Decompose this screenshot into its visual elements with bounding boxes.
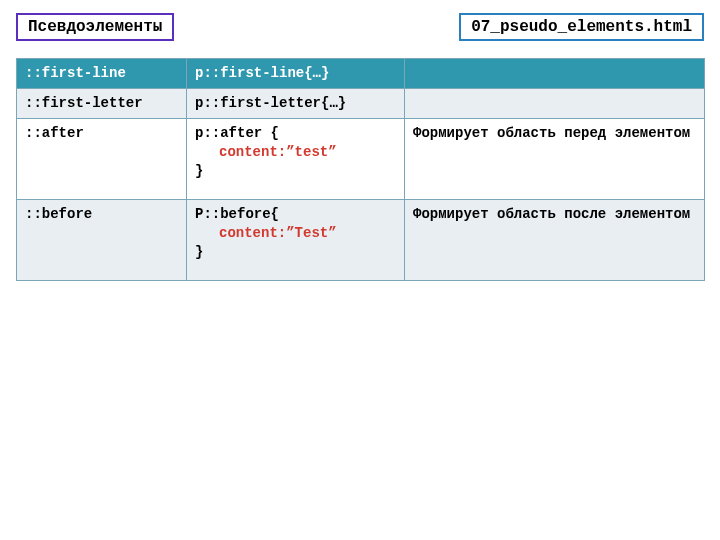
cell-desc: Формирует область после элементом (405, 199, 705, 280)
table-row: ::first-letter p::first-letter{…} (17, 88, 705, 118)
code-close: } (195, 162, 396, 181)
cell-selector: ::before (17, 199, 187, 280)
cell-desc (405, 88, 705, 118)
cell-code: P::before{ content:”Test” } (187, 199, 405, 280)
code-open: p::after { (195, 124, 396, 143)
code-open: p::first-letter{…} (195, 94, 396, 113)
code-open: P::before{ (195, 205, 396, 224)
table-row: ::before P::before{ content:”Test” } Фор… (17, 199, 705, 280)
cell-code: p::first-letter{…} (187, 88, 405, 118)
table-row: ::after p::after { content:”test” } Форм… (17, 118, 705, 199)
code-content: content:”Test” (195, 224, 396, 243)
cell-code: p::after { content:”test” } (187, 118, 405, 199)
cell-code: p::first-line{…} (187, 59, 405, 89)
cell-desc (405, 59, 705, 89)
cell-selector: ::first-line (17, 59, 187, 89)
code-content: content:”test” (195, 143, 396, 162)
cell-selector: ::after (17, 118, 187, 199)
table-row: ::first-line p::first-line{…} (17, 59, 705, 89)
cell-selector: ::first-letter (17, 88, 187, 118)
code-open: p::first-line{…} (195, 64, 396, 83)
code-close: } (195, 243, 396, 262)
page-title: Псевдоэлементы (16, 13, 174, 41)
cell-desc: Формирует область перед элементом (405, 118, 705, 199)
filename-label: 07_pseudo_elements.html (459, 13, 704, 41)
pseudo-elements-table: ::first-line p::first-line{…} ::first-le… (16, 58, 705, 281)
